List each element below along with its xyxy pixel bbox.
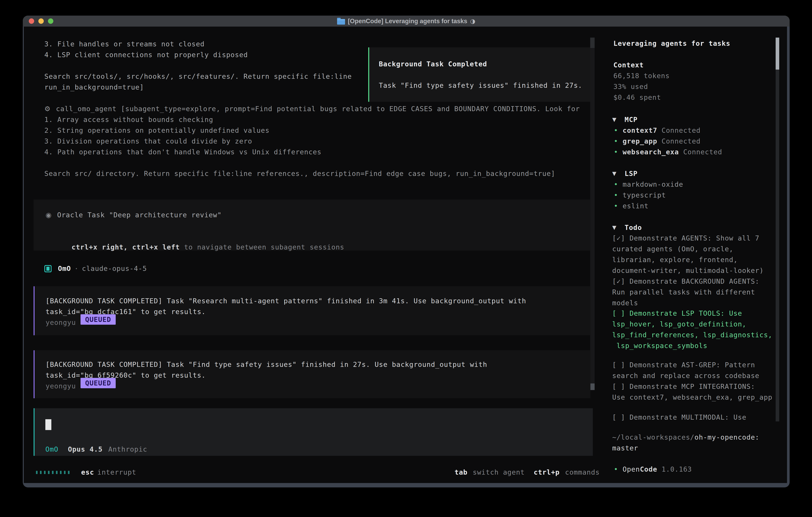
scrollback-line: Search src/tools/, src/hooks/, src/featu… — [45, 71, 352, 82]
session-title: Leveraging agents for tasks — [613, 38, 730, 49]
tool-call-line: 3. Division operations that could divide… — [45, 136, 252, 146]
agent-checkbox-icon — [45, 265, 52, 272]
shortcut-esc-label: interrupt — [97, 467, 136, 478]
todo-line-active: [ ] Demonstrate LSP TOOLS: Use — [612, 308, 742, 319]
todo-line-active: lsp_find_references, lsp_diagnostics, — [612, 329, 773, 340]
tool-call-line: 4. Path operations that don't handle Win… — [45, 146, 321, 157]
screen: [OpenCode] Leveraging agents for tasks ◑… — [0, 0, 812, 517]
hint-shortcut-left: ctrl+x left — [132, 243, 180, 251]
titlebar[interactable]: [OpenCode] Leveraging agents for tasks ◑ — [23, 16, 790, 27]
tool-call-line: Search src/ directory. Return specific f… — [45, 168, 555, 179]
mcp-item-name: websearch_exa — [622, 148, 679, 156]
tool-call-line: 2. String operations on potentially unde… — [45, 125, 269, 136]
zoom-button[interactable] — [48, 19, 53, 24]
app-name-regular: Open — [622, 465, 640, 473]
background-task-toast[interactable]: Background Task Completed Task "Find typ… — [368, 47, 593, 102]
session-state-icon: ◑ — [470, 18, 475, 25]
workspace-branch: master — [612, 443, 638, 454]
oracle-task-panel[interactable]: ◉ Oracle Task "Deep architecture review"… — [34, 199, 590, 250]
traffic-lights — [29, 16, 53, 27]
todo-line: [✓] Demonstrate AGENTS: Show all 7 — [612, 233, 759, 244]
input-agent-label: OmO — [46, 444, 58, 455]
todo-line-active: lsp_hover, lsp_goto_definition, — [612, 319, 747, 329]
sidebar-scrollbar-track[interactable] — [776, 37, 779, 421]
mcp-section-heading[interactable]: MCP — [625, 114, 638, 125]
close-button[interactable] — [29, 19, 34, 24]
app-version: OpenCode 1.0.163 — [622, 464, 692, 474]
lsp-item: typescript — [622, 190, 666, 200]
status-dot-icon: • — [614, 190, 618, 200]
main-scrollbar-segment[interactable] — [590, 37, 594, 48]
hint-shortcut-right: ctrl+x right, — [71, 243, 128, 251]
todo-line: [ ] Demonstrate MULTIMODAL: Use — [612, 412, 747, 423]
chevron-down-icon[interactable]: ▼ — [612, 114, 617, 125]
toast-title: Background Task Completed — [379, 59, 487, 70]
context-heading: Context — [613, 60, 644, 71]
chevron-down-icon[interactable]: ▼ — [612, 222, 617, 233]
message-line: [BACKGROUND TASK COMPLETED] Task "Resear… — [46, 296, 526, 306]
mcp-item-name: context7 — [622, 126, 657, 134]
message-line: task_id="bg_dcfac161" to get results. — [46, 306, 206, 317]
shortcut-tab-label: switch agent — [473, 467, 525, 478]
record-icon: ◉ — [46, 210, 52, 220]
message-author: yeongyu — [46, 317, 76, 328]
minimize-button[interactable] — [38, 19, 44, 24]
status-dot-icon: • — [614, 146, 618, 157]
input-model-label: Opus 4.5 — [68, 444, 103, 455]
workspace-path-repo: oh-my-opencode: — [695, 433, 759, 441]
shortcut-ctrlp-key: ctrl+p — [534, 467, 560, 478]
status-dot-icon: • — [614, 136, 618, 146]
chevron-down-icon[interactable]: ▼ — [612, 168, 617, 179]
mcp-item: context7 Connected — [622, 125, 700, 136]
message-block[interactable]: [BACKGROUND TASK COMPLETED] Task "Find t… — [34, 350, 590, 398]
input-provider-label: Anthropic — [108, 444, 147, 455]
lsp-section-heading[interactable]: LSP — [625, 168, 638, 179]
workspace-path-prefix: ~/local-workspaces/ — [612, 433, 695, 441]
todo-line: document-writer, multimodal-looker) — [612, 265, 764, 276]
status-dot-icon: • — [614, 200, 618, 211]
subagent-nav-hint: ctrl+x right, ctrl+x left to navigate be… — [46, 231, 344, 242]
tool-call-line: call_omo_agent [subagent_type=explore, p… — [56, 103, 580, 114]
folder-icon — [337, 19, 345, 25]
agent-model: claude-opus-4-5 — [82, 263, 147, 274]
window-title: [OpenCode] Leveraging agents for tasks — [348, 18, 467, 25]
context-spent: $0.46 spent — [613, 92, 661, 103]
todo-line-active: lsp_workspace_symbols — [612, 340, 707, 351]
shortcut-tab-key: tab — [455, 467, 467, 478]
todo-line: librarian, explore, frontend, — [612, 254, 738, 265]
window-title-group: [OpenCode] Leveraging agents for tasks ◑ — [337, 18, 475, 25]
mcp-item: websearch_exa Connected — [622, 146, 722, 157]
status-badge: QUEUED — [81, 378, 116, 388]
agent-name: OmO — [58, 263, 71, 274]
message-author: yeongyu — [46, 381, 76, 391]
lsp-item: eslint — [622, 200, 648, 211]
toast-body: Task "Find type safety issues" finished … — [379, 80, 582, 91]
todo-line: models — [612, 298, 638, 308]
activity-spinner-icon — [36, 471, 69, 474]
todo-line: [ ] Demonstrate AST-GREP: Pattern — [612, 359, 755, 370]
main-scrollbar-thumb[interactable] — [590, 383, 594, 390]
tool-call-line: 1. Array access without bounds checking — [45, 114, 213, 125]
todo-line: curated agents (OmO, oracle, — [612, 244, 733, 254]
separator-dot: · — [74, 263, 79, 274]
oracle-task-title: Oracle Task "Deep architecture review" — [57, 210, 222, 220]
sidebar-scrollbar-thumb[interactable] — [776, 37, 779, 70]
status-badge: QUEUED — [81, 314, 116, 325]
lsp-item: markdown-oxide — [622, 179, 683, 190]
scrollback-line: 3. File handles or streams not closed — [45, 38, 205, 49]
message-line: task_id="bg_6f59260c" to get results. — [46, 370, 206, 381]
text-cursor — [46, 419, 51, 430]
scrollback-line: 4. LSP client connections not properly d… — [45, 49, 248, 60]
status-dot-icon: • — [614, 125, 618, 136]
prompt-input[interactable]: OmO Opus 4.5 Anthropic — [34, 408, 593, 456]
todo-section-heading[interactable]: Todo — [625, 222, 642, 233]
message-block[interactable]: [BACKGROUND TASK COMPLETED] Task "Resear… — [34, 286, 590, 335]
todo-line: [✓] Demonstrate BACKGROUND AGENTS: — [612, 276, 759, 287]
workspace-path: ~/local-workspaces/oh-my-opencode: — [612, 432, 759, 443]
gear-icon: ⚙ — [45, 103, 51, 114]
main-scrollbar-track[interactable] — [590, 37, 594, 390]
message-line: [BACKGROUND TASK COMPLETED] Task "Find t… — [46, 359, 487, 370]
todo-line: [ ] Demonstrate MCP INTEGRATIONS: — [612, 381, 755, 392]
mcp-item-status: Connected — [683, 148, 722, 156]
shortcut-ctrlp-label: commands — [565, 467, 600, 478]
